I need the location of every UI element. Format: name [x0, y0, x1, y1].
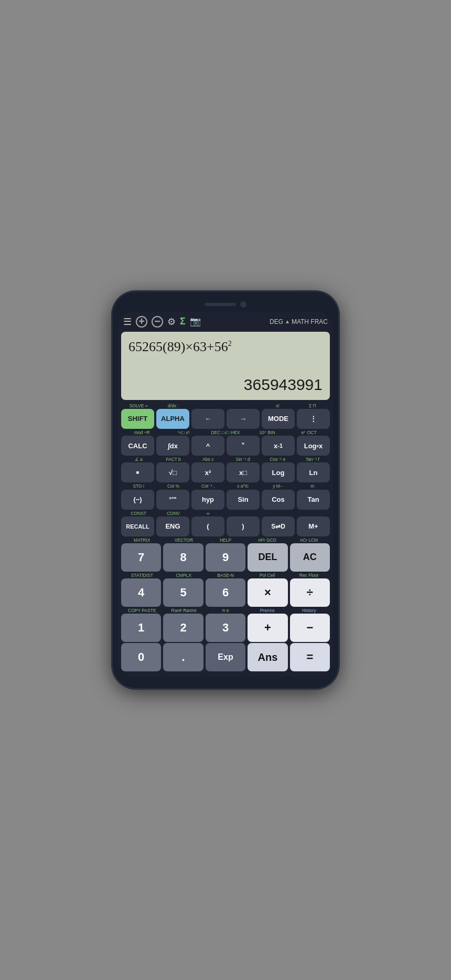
sub-empty2 — [227, 403, 259, 408]
sub-sigma-pi: Σ Π — [296, 403, 329, 408]
lparen-button[interactable]: ( — [191, 517, 224, 536]
hyp-button[interactable]: hyp — [191, 490, 224, 510]
alpha-button[interactable]: ALPHA — [156, 409, 189, 429]
sub-ranran: Ran# RanInt — [164, 608, 204, 613]
eng-button[interactable]: ENG — [156, 517, 189, 536]
sub-empty-r5b — [261, 511, 294, 516]
log-button[interactable]: Log — [262, 462, 295, 482]
sub-empty-r5c — [296, 511, 329, 516]
camera-icon[interactable]: 📷 — [190, 316, 201, 327]
ln-button[interactable]: Ln — [297, 462, 330, 482]
sigma-icon[interactable]: Σ — [180, 316, 186, 327]
arrow-up-icon: ▲ — [285, 319, 290, 324]
sub-const: CONST — [122, 511, 155, 516]
frac-button[interactable]: ▪ — [121, 462, 154, 482]
sub-empty1 — [192, 403, 224, 408]
sub-sin-d: Sin⁻¹ d — [227, 457, 259, 462]
sub-help: HELP — [206, 538, 245, 543]
sub-mod: mod ÷R — [122, 430, 162, 435]
math-frac-label: MATH FRAC — [292, 318, 328, 325]
six-button[interactable]: 6 — [206, 578, 245, 607]
sub-cotinv: Cot⁻¹ , — [192, 483, 224, 489]
sin-button[interactable]: Sin — [227, 490, 260, 510]
five-button[interactable]: 5 — [163, 578, 203, 607]
decimal-button[interactable]: . — [163, 643, 203, 671]
sub-ncr-lcm: nCr LCM — [289, 538, 329, 543]
deg-label: DEG — [270, 318, 283, 325]
sqrt-button[interactable]: √□ — [156, 462, 189, 482]
sub-conv: CONV — [157, 511, 189, 516]
button-area: SOLVE = d/dx : x! Σ Π SHIFT ALPHA ← → MO… — [118, 400, 333, 677]
sub-ex-oct: eˣ OCT — [289, 430, 329, 435]
minus-icon[interactable]: − — [152, 316, 163, 328]
sub-cot-pct: Cot % — [157, 483, 189, 489]
exp-button[interactable]: Exp — [206, 643, 245, 671]
sub-solve: SOLVE = — [122, 403, 155, 408]
calc-button[interactable]: CALC — [121, 436, 154, 456]
left-arrow-button[interactable]: ← — [191, 409, 224, 429]
seven-button[interactable]: 7 — [121, 543, 161, 572]
stod-button[interactable]: S⇌D — [262, 517, 295, 536]
sub-cubrt: ³√□ x³ — [164, 430, 204, 435]
sub-dec: DEC □√□ HEX — [206, 430, 245, 435]
negate-button[interactable]: (−) — [121, 490, 154, 510]
zero-button[interactable]: 0 — [121, 643, 161, 671]
sub-row-5: CONST CONV ∞ — [121, 511, 330, 516]
eight-button[interactable]: 8 — [163, 543, 203, 572]
multiply-button[interactable]: × — [248, 578, 287, 607]
plus-button[interactable]: + — [248, 614, 287, 642]
down-button[interactable]: ˅ — [227, 436, 260, 456]
equals-button[interactable]: = — [290, 643, 330, 671]
xinv-button[interactable]: x-1 — [262, 436, 295, 456]
sub-history: History — [289, 608, 329, 613]
sub-abs-c: Abs c — [192, 457, 224, 462]
del-button[interactable]: DEL — [248, 543, 287, 572]
sub-m: m — [296, 483, 329, 489]
sub-fact-b: FACT b — [157, 457, 189, 462]
sub-pol-ceil: Pol Ceil — [248, 573, 287, 578]
four-button[interactable]: 4 — [121, 578, 161, 607]
divide-button[interactable]: ÷ — [290, 578, 330, 607]
caret-button[interactable]: ^ — [191, 436, 224, 456]
menu-icon[interactable]: ☰ — [123, 316, 132, 328]
mode-button[interactable]: MODE — [262, 409, 295, 429]
deg-mode: DEG ▲ MATH FRAC — [270, 318, 328, 325]
shift-button[interactable]: SHIFT — [121, 409, 154, 429]
sub-angle-a: ∠ a — [122, 457, 155, 462]
sub-row-8: COPY PASTE Ran# RanInt π e PreAns Histor… — [121, 608, 330, 613]
mplus-button[interactable]: M+ — [297, 517, 330, 536]
phone-shell: ☰ + − ⚙ Σ 📷 DEG ▲ MATH FRAC 65265(89)×63… — [113, 292, 338, 689]
sub-row-2: mod ÷R ³√□ x³ DEC □√□ HEX 10ˣ BIN eˣ OCT — [121, 430, 330, 435]
speaker — [205, 303, 236, 306]
sub-npr-gcd: nPr GCD — [248, 538, 287, 543]
sub-rec-floor: Rec Floor — [289, 573, 329, 578]
sub-y-mm: y M− — [261, 483, 294, 489]
xpow-button[interactable]: x□ — [227, 462, 260, 482]
display-expression: 65265(89)×63+562 — [128, 338, 323, 356]
xsq-button[interactable]: x² — [191, 462, 224, 482]
camera — [240, 301, 246, 308]
logax-button[interactable]: Logax — [297, 436, 330, 456]
integral-button[interactable]: ∫dx — [156, 436, 189, 456]
minus-button[interactable]: − — [290, 614, 330, 642]
three-button[interactable]: 3 — [206, 614, 245, 642]
sub-vector: VECTOR — [164, 538, 204, 543]
cos-button[interactable]: Cos — [262, 490, 295, 510]
btn-row-6: 7 8 9 DEL AC — [121, 543, 330, 572]
tan-button[interactable]: Tan — [297, 490, 330, 510]
dms-button[interactable]: °'" — [156, 490, 189, 510]
one-button[interactable]: 1 — [121, 614, 161, 642]
two-button[interactable]: 2 — [163, 614, 203, 642]
more-button[interactable]: ⋮ — [297, 409, 330, 429]
recall-button[interactable]: RECALL — [121, 517, 154, 536]
nine-button[interactable]: 9 — [206, 543, 245, 572]
rparen-button[interactable]: ) — [227, 517, 260, 536]
ac-button[interactable]: AC — [290, 543, 330, 572]
right-arrow-button[interactable]: → — [227, 409, 260, 429]
add-icon[interactable]: + — [136, 316, 147, 328]
settings-icon[interactable]: ⚙ — [167, 316, 176, 328]
ans-button[interactable]: Ans — [248, 643, 287, 671]
sub-row-3: ∠ a FACT b Abs c Sin⁻¹ d Cos⁻¹ e Tan⁻¹ f — [121, 457, 330, 462]
sub-statdist: STAT/DIST — [122, 573, 162, 578]
sub-x-abc: x aᵇ/c — [227, 483, 259, 489]
